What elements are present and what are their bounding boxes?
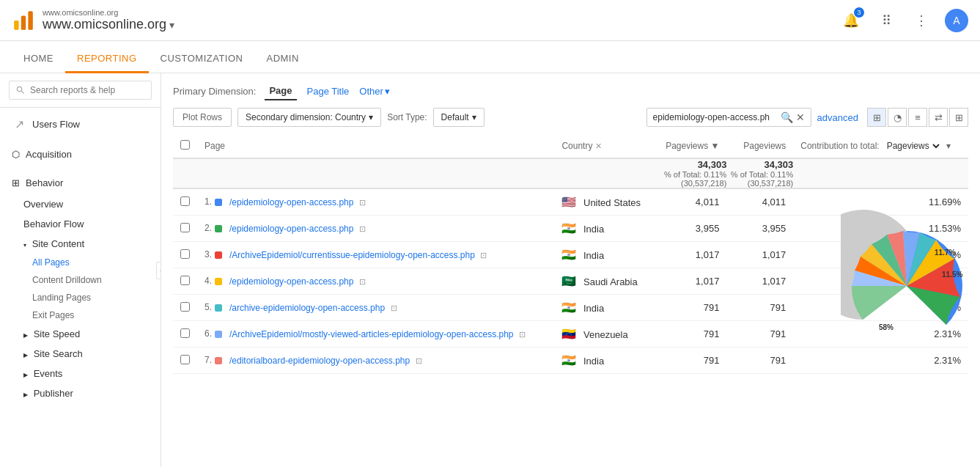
row-color-dot-5 [215,331,222,338]
row-flag-3: 🇸🇦 [561,275,576,287]
sidebar-label-content-drilldown: Content Drilldown [32,275,102,285]
row-pageviews2-2: 1,017 [726,242,793,268]
th-contribution: Contribution to total: Pageviews ▾ [793,134,968,158]
row-color-dot-2 [215,251,222,259]
select-all-checkbox[interactable] [180,140,190,150]
sidebar-item-site-search[interactable]: ▶ Site Search [0,344,161,364]
more-vert-icon: ⋮ [915,12,928,29]
country-filter-icon[interactable]: ✕ [595,141,602,150]
notif-badge: 3 [854,7,864,18]
row-ext-link-2[interactable]: ⊡ [480,251,487,260]
sidebar-item-events[interactable]: ▶ Events [0,364,161,383]
sidebar-item-publisher[interactable]: ▶ Publisher [0,383,161,403]
row-page-link-5[interactable]: /ArchiveEpidemiol/mostly-viewed-articles… [229,329,514,339]
row-checkbox-1[interactable] [180,223,190,232]
row-ext-link-1[interactable]: ⊡ [359,224,366,233]
row-ext-link-3[interactable]: ⊡ [359,277,366,286]
notifications-button[interactable]: 🔔 3 [839,9,863,32]
sidebar-collapse-button[interactable]: ◀ [156,262,161,279]
row-flag-0: 🇺🇸 [561,196,576,208]
total-pageviews2: 34,303 % of Total: 0.11% (30,537,218) [726,158,793,188]
sort-type-button[interactable]: Default ▾ [433,108,485,127]
row-page-link-3[interactable]: /epidemiology-open-access.php [229,276,353,287]
expand-icon-speed: ▶ [23,332,28,339]
row-checkbox-cell-6 [173,348,197,374]
row-checkbox-5[interactable] [180,328,190,338]
row-page-link-0[interactable]: /epidemiology-open-access.php [229,197,353,207]
sidebar-item-all-pages[interactable]: All Pages [0,254,161,271]
dim-other-link[interactable]: Other ▾ [359,86,390,97]
sidebar-item-content-drilldown[interactable]: Content Drilldown [0,271,161,289]
row-ext-link-0[interactable]: ⊡ [359,198,366,207]
row-checkbox-4[interactable] [180,302,190,312]
user-avatar[interactable]: A [945,9,968,32]
row-pageviews1-6: 791 [654,348,726,374]
sidebar-item-exit-pages[interactable]: Exit Pages [0,306,161,324]
sidebar-item-acquisition[interactable]: ⬡ Acquisition [0,143,161,166]
sidebar-item-site-speed[interactable]: ▶ Site Speed [0,324,161,344]
search-input[interactable] [9,81,152,100]
row-flag-1: 🇮🇳 [561,222,576,235]
row-page-link-6[interactable]: /editorialboard-epidemiology-open-access… [229,356,410,366]
row-checkbox-3[interactable] [180,276,190,285]
row-page-link-2[interactable]: /ArchiveEpidemiol/currentissue-epidemiol… [229,250,475,260]
row-checkbox-2[interactable] [180,249,190,259]
dim-page-link[interactable]: Page [265,82,296,100]
row-page-link-1[interactable]: /epidemiology-open-access.php [229,224,353,234]
tab-home[interactable]: HOME [12,45,65,73]
sidebar-label-all-pages: All Pages [32,257,70,268]
sidebar-label-site-content: Site Content [32,238,85,249]
sidebar-item-overview[interactable]: Overview [0,194,161,214]
view-table-button[interactable]: ⊞ [867,108,886,127]
dim-page-title-link[interactable]: Page Title [303,83,354,100]
table-icon: ⊞ [873,112,881,123]
other-arrow-icon: ▾ [385,86,390,97]
sidebar-item-users-flow[interactable]: ↗ Users Flow [0,111,161,137]
plot-rows-button[interactable]: Plot Rows [173,108,232,127]
sidebar-item-landing-pages[interactable]: Landing Pages [0,289,161,306]
list-icon: ≡ [915,112,921,123]
contribution-select[interactable]: Pageviews [884,140,942,152]
sidebar-item-site-content[interactable]: ▾ Site Content [0,234,161,254]
sidebar-section-behavior: ⊞ Behavior Overview Behavior Flow ▾ Site… [0,169,161,406]
row-country-cell-1: 🇮🇳 India [554,216,654,242]
search-clear-button[interactable]: ✕ [796,111,805,123]
row-color-dot-4 [215,304,222,312]
expand-icon-search: ▶ [23,352,28,358]
row-ext-link-6[interactable]: ⊡ [416,356,422,365]
view-pie-button[interactable]: ◔ [888,108,907,127]
sort-type-label: Sort Type: [387,112,427,122]
contribution-select-arrow: ▾ [946,141,951,151]
site-dropdown-arrow[interactable]: ▾ [169,19,174,31]
tab-admin[interactable]: ADMIN [254,45,310,73]
th-pageviews-sort[interactable]: Pageviews ▼ [654,134,726,158]
tab-customization[interactable]: CUSTOMIZATION [149,45,255,73]
filter-search-input[interactable] [653,112,778,122]
view-list-button[interactable]: ≡ [908,108,927,127]
pie-icon: ◔ [894,112,902,123]
more-button[interactable]: ⋮ [910,9,933,32]
advanced-link[interactable]: advanced [817,112,858,123]
sidebar-item-behavior[interactable]: ⊞ Behavior [0,172,161,194]
row-country-6: India [583,356,604,367]
row-ext-link-4[interactable]: ⊡ [391,304,397,312]
sidebar-label-events: Events [34,368,63,379]
view-pivot-button[interactable]: ⊞ [949,108,968,127]
secondary-dim-button[interactable]: Secondary dimension: Country ▾ [237,108,381,127]
users-flow-icon: ↗ [12,117,26,131]
site-info: www.omicsonline.org www.omicsonline.org … [43,8,174,32]
sidebar-label-overview: Overview [23,199,63,210]
view-compare-button[interactable]: ⇄ [929,108,948,127]
apps-button[interactable]: ⠿ [874,9,898,32]
row-ext-link-5[interactable]: ⊡ [519,330,526,339]
tab-reporting[interactable]: REPORTING [65,45,149,73]
row-checkbox-0[interactable] [180,196,190,206]
pie-chart: 11.7% 11.5% 58% [841,205,973,352]
sidebar-item-behavior-flow[interactable]: Behavior Flow [0,214,161,234]
row-page-link-4[interactable]: /archive-epidemiology-open-access.php [229,303,385,313]
nav-tabs: HOME REPORTING CUSTOMIZATION ADMIN [0,41,980,73]
row-checkbox-6[interactable] [180,355,190,364]
primary-dim-label: Primary Dimension: [173,86,256,97]
th-pageviews: Pageviews [726,134,793,158]
th-country: Country ✕ [554,134,654,158]
